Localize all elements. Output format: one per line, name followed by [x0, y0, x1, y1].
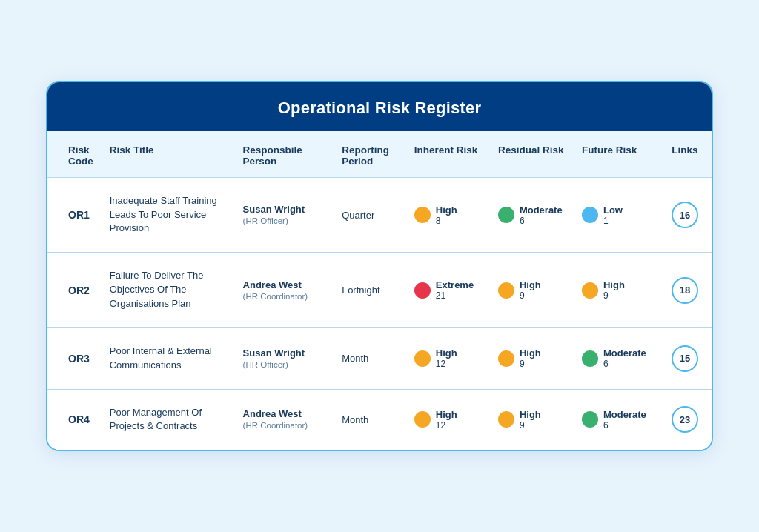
residual-risk-dot	[498, 350, 514, 367]
residual-risk-cell: High 9	[491, 327, 574, 389]
card-header: Operational Risk Register	[47, 82, 712, 131]
inherent-risk-value: 8	[436, 216, 457, 226]
links-cell: 16	[658, 177, 712, 253]
future-risk-label: High	[603, 279, 625, 290]
links-badge[interactable]: 16	[672, 202, 698, 228]
residual-risk-label: High	[520, 348, 541, 359]
inherent-risk-dot	[414, 282, 431, 299]
reporting-period: Month	[334, 389, 407, 450]
future-risk-label: Moderate	[603, 348, 646, 359]
residual-risk-value: 6	[520, 216, 563, 226]
future-risk-dot	[582, 411, 598, 428]
col-header-period: Reporting Period	[334, 131, 407, 178]
risk-title: Poor Internal & External Communications	[102, 327, 236, 389]
inherent-risk-value: 21	[436, 290, 474, 301]
reporting-period: Fortnight	[334, 253, 407, 328]
residual-risk-cell: High 9	[491, 253, 574, 328]
reporting-period: Month	[334, 327, 407, 389]
risk-code: OR1	[47, 177, 102, 253]
col-header-person: Responsbile Person	[236, 131, 335, 178]
col-header-inherent: Inherent Risk	[407, 131, 491, 178]
inherent-risk-label: High	[436, 348, 457, 359]
responsible-person: Susan Wright (HR Officer)	[236, 177, 335, 253]
card-title: Operational Risk Register	[278, 99, 481, 117]
residual-risk-label: Moderate	[520, 205, 563, 216]
future-risk-label: Moderate	[603, 409, 646, 420]
future-risk-label: Low	[603, 205, 623, 216]
residual-risk-label: High	[520, 279, 541, 290]
links-cell: 15	[658, 327, 712, 389]
table-row: OR2 Failure To Deliver The Objectives Of…	[47, 253, 712, 328]
residual-risk-label: High	[520, 409, 541, 420]
risk-table: Risk Code Risk Title Responsbile Person …	[47, 131, 712, 450]
residual-risk-dot	[498, 207, 514, 223]
links-badge[interactable]: 15	[672, 345, 698, 372]
risk-code: OR2	[47, 253, 102, 328]
responsible-person: Andrea West (HR Coordinator)	[236, 253, 335, 328]
future-risk-dot	[582, 207, 598, 223]
risk-title: Failure To Deliver The Objectives Of The…	[102, 253, 236, 328]
future-risk-value: 1	[603, 216, 623, 226]
links-badge[interactable]: 18	[672, 277, 698, 304]
col-header-future: Future Risk	[574, 131, 658, 178]
inherent-risk-label: High	[436, 409, 457, 420]
reporting-period: Quarter	[334, 177, 407, 253]
future-risk-cell: Low 1	[574, 177, 658, 253]
inherent-risk-dot	[414, 207, 431, 223]
responsible-person: Susan Wright (HR Officer)	[236, 327, 335, 389]
future-risk-cell: Moderate 6	[574, 327, 658, 389]
inherent-risk-cell: High 8	[407, 177, 491, 253]
links-badge[interactable]: 23	[672, 406, 698, 433]
table-row: OR4 Poor Management Of Projects & Contra…	[47, 389, 712, 450]
col-header-title: Risk Title	[102, 131, 236, 178]
future-risk-value: 6	[603, 420, 646, 430]
residual-risk-value: 9	[520, 359, 541, 369]
table-header-row: Risk Code Risk Title Responsbile Person …	[47, 131, 712, 178]
col-header-code: Risk Code	[47, 131, 102, 178]
inherent-risk-cell: High 12	[407, 389, 491, 450]
risk-code: OR3	[47, 327, 102, 389]
future-risk-cell: Moderate 6	[574, 389, 658, 450]
risk-title: Inadequate Staff Training Leads To Poor …	[102, 177, 236, 253]
links-cell: 23	[658, 389, 712, 450]
table-row: OR3 Poor Internal & External Communicati…	[47, 327, 712, 389]
inherent-risk-label: High	[436, 205, 457, 216]
future-risk-value: 9	[603, 290, 625, 301]
links-cell: 18	[658, 253, 712, 328]
inherent-risk-label: Extreme	[436, 279, 474, 290]
risk-title: Poor Management Of Projects & Contracts	[102, 389, 236, 450]
future-risk-dot	[582, 350, 598, 367]
residual-risk-dot	[498, 282, 514, 299]
residual-risk-cell: High 9	[491, 389, 574, 450]
risk-code: OR4	[47, 389, 102, 450]
inherent-risk-value: 12	[436, 359, 457, 369]
responsible-person: Andrea West (HR Coordinator)	[236, 389, 335, 450]
risk-register-card: Operational Risk Register Risk Code Risk…	[46, 81, 713, 451]
inherent-risk-dot	[414, 411, 431, 428]
residual-risk-value: 9	[520, 290, 541, 301]
future-risk-cell: High 9	[574, 253, 658, 328]
inherent-risk-dot	[414, 350, 431, 367]
inherent-risk-cell: Extreme 21	[407, 253, 491, 328]
residual-risk-value: 9	[520, 420, 541, 430]
table-wrapper: Risk Code Risk Title Responsbile Person …	[47, 131, 712, 450]
inherent-risk-cell: High 12	[407, 327, 491, 389]
table-row: OR1 Inadequate Staff Training Leads To P…	[47, 177, 712, 253]
future-risk-value: 6	[603, 359, 646, 369]
col-header-residual: Residual Risk	[491, 131, 574, 178]
col-header-links: Links	[658, 131, 712, 178]
residual-risk-dot	[498, 411, 514, 428]
future-risk-dot	[582, 282, 598, 299]
inherent-risk-value: 12	[436, 420, 457, 430]
residual-risk-cell: Moderate 6	[491, 177, 574, 253]
